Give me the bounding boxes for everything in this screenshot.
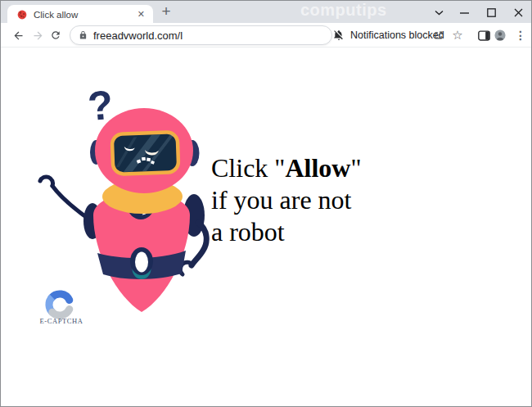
back-icon[interactable]	[9, 26, 27, 44]
tab-search-chevron-icon[interactable]	[433, 7, 445, 19]
headline-line2: if you are not	[211, 184, 361, 216]
menu-dots-icon[interactable]: ⋮	[512, 26, 530, 44]
notifications-off-icon	[333, 29, 345, 41]
reload-icon[interactable]	[47, 26, 65, 44]
headline-line3: a robot	[211, 216, 361, 248]
window-close-icon[interactable]	[512, 7, 525, 19]
tab-close-icon[interactable]: ✕	[136, 9, 147, 20]
e-captcha-logo-icon	[49, 294, 70, 315]
robot-visor	[112, 132, 179, 174]
tab-click-allow[interactable]: Click allow ✕	[7, 5, 153, 24]
e-captcha-label: E-CAPTCHA	[34, 317, 89, 325]
headline-line1: Click "Allow"	[211, 152, 361, 184]
profile-avatar-icon[interactable]	[491, 26, 509, 44]
watermark-text: computips	[300, 1, 387, 20]
allow-keyword: Allow	[285, 153, 350, 183]
url-text: freeadvworld.com/l	[93, 29, 183, 42]
window-maximize-icon[interactable]	[485, 7, 498, 19]
page-content: ?	[1, 47, 531, 406]
browser-window: computips Click allow ✕ +	[0, 0, 532, 407]
notifications-blocked-chip[interactable]: Notifications blocked	[333, 26, 444, 44]
window-minimize-icon[interactable]	[458, 7, 471, 19]
url-bar[interactable]: freeadvworld.com/l	[70, 25, 332, 45]
forward-icon[interactable]	[29, 26, 47, 44]
browser-toolbar: freeadvworld.com/l Notifications blocked…	[1, 23, 531, 47]
tab-bar: computips Click allow ✕ +	[1, 1, 531, 23]
share-icon[interactable]	[430, 26, 448, 44]
tab-title: Click allow	[34, 10, 136, 20]
headline-text: Click "Allow" if you are not a robot	[211, 152, 361, 248]
bookmark-star-icon[interactable]: ☆	[449, 26, 467, 44]
tab-favicon-icon	[17, 10, 27, 20]
new-tab-button[interactable]: +	[157, 2, 175, 20]
side-panel-icon[interactable]	[475, 26, 493, 44]
lock-icon[interactable]	[79, 30, 88, 40]
